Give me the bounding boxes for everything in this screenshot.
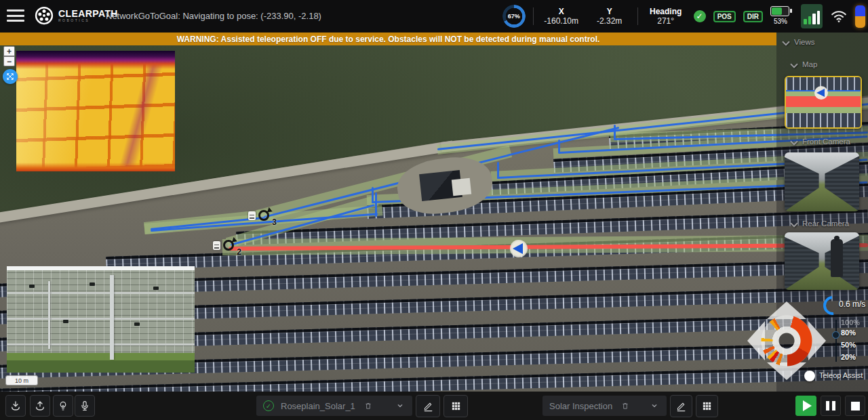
mission-table-button[interactable] xyxy=(443,395,468,417)
robot-marker[interactable] xyxy=(510,240,528,257)
pause-icon xyxy=(826,401,835,411)
menu-icon[interactable] xyxy=(7,9,24,23)
upload-button[interactable] xyxy=(30,395,50,417)
junction-box xyxy=(153,287,159,290)
signal-strength-icon xyxy=(801,4,823,28)
waypoint-number: 2 xyxy=(237,247,241,257)
trash-icon[interactable] xyxy=(620,401,630,411)
junction-box xyxy=(63,320,68,323)
map-scale-control[interactable]: 10 m xyxy=(5,375,38,385)
light-button[interactable] xyxy=(53,395,73,417)
stop-mission-button[interactable] xyxy=(845,396,865,416)
thumb-robot-marker xyxy=(814,86,828,100)
progress-percent: 67% xyxy=(502,5,526,28)
robot-heading-arrow-icon xyxy=(513,243,523,254)
y-coordinate: Y -2.32m xyxy=(589,7,630,26)
speed-slider-track[interactable] xyxy=(835,320,837,362)
microphone-icon xyxy=(79,400,91,412)
grid-icon xyxy=(701,400,713,412)
building-shed xyxy=(452,178,471,196)
camera-overlay-view[interactable] xyxy=(7,266,195,373)
waypoint-marker-3[interactable]: 3 xyxy=(258,210,269,221)
x-label: X xyxy=(541,7,582,16)
heading-label: Heading xyxy=(646,7,686,16)
path-line xyxy=(614,125,616,140)
thermal-camera-view[interactable] xyxy=(16,51,175,171)
lightbulb-icon xyxy=(57,400,69,412)
dir-badge: DIR xyxy=(743,11,763,22)
zoom-out-button[interactable]: − xyxy=(3,56,15,66)
x-value: -160.10m xyxy=(541,16,582,26)
mission-select[interactable]: ✓ Roseplain_Solar_1 xyxy=(256,396,412,416)
teleop-app: CLEARPATH ROBOTICS NetworkGoToGoal: Navi… xyxy=(0,0,868,420)
x-coordinate: X -160.10m xyxy=(541,7,582,26)
warning-banner: WARNING: Assisted teleoperation OFF due … xyxy=(0,33,776,45)
battery-percent: 53% xyxy=(770,18,791,25)
task-name: Solar Inspection xyxy=(549,401,612,411)
pan-mode-button[interactable] xyxy=(3,69,18,84)
speed-value: 0.6 m/s xyxy=(839,299,865,309)
waypoint-number: 3 xyxy=(272,217,277,227)
bottom-toolbar: ✓ Roseplain_Solar_1 Solar Inspection xyxy=(0,392,868,420)
task-table-button[interactable] xyxy=(696,395,718,417)
edit-mission-button[interactable] xyxy=(416,395,440,417)
warning-text: WARNING: Assisted teleoperation OFF due … xyxy=(177,35,600,44)
grid-icon xyxy=(450,400,462,412)
download-icon xyxy=(9,400,22,412)
speed-level-50[interactable]: 50% xyxy=(841,341,856,349)
y-label: Y xyxy=(589,7,630,16)
speed-level-100[interactable]: 100% xyxy=(841,318,860,327)
waypoint-task-icon xyxy=(213,241,220,250)
zoom-in-button[interactable]: + xyxy=(3,46,15,56)
waypoint-task-icon xyxy=(248,211,256,220)
task-select[interactable]: Solar Inspection xyxy=(542,396,667,416)
divider xyxy=(637,7,638,25)
path-line xyxy=(497,162,499,179)
speed-level-20[interactable]: 20% xyxy=(841,353,856,361)
teleop-assist-toggle[interactable] xyxy=(804,371,815,381)
download-button[interactable] xyxy=(5,395,26,417)
stop-icon xyxy=(851,402,860,411)
pencil-icon xyxy=(675,400,687,412)
battery-indicator: 53% xyxy=(770,4,793,28)
panel-post xyxy=(110,275,114,360)
trash-icon[interactable] xyxy=(363,401,373,411)
front-camera-thumbnail[interactable] xyxy=(785,152,859,211)
edit-task-button[interactable] xyxy=(670,395,692,417)
pan-arrows-icon xyxy=(5,72,15,81)
path-line xyxy=(558,140,560,153)
chevron-down-icon xyxy=(649,400,660,411)
thumb-panel-row xyxy=(786,113,861,127)
heading-indicator: Heading 271° xyxy=(646,7,686,26)
microphone-button[interactable] xyxy=(75,395,95,417)
teleop-assist-label: Teleop Assist xyxy=(819,371,863,379)
mission-valid-icon: ✓ xyxy=(263,400,274,411)
pencil-icon xyxy=(422,400,434,412)
junction-box xyxy=(134,322,140,326)
divider xyxy=(533,7,534,25)
upload-icon xyxy=(34,400,46,412)
wifi-icon xyxy=(830,7,848,25)
pause-mission-button[interactable] xyxy=(821,396,841,416)
map-thumbnail[interactable] xyxy=(785,76,862,129)
speed-level-80[interactable]: 80% xyxy=(841,329,856,337)
top-bar: CLEARPATH ROBOTICS NetworkGoToGoal: Navi… xyxy=(0,0,868,33)
navigation-status-text: NetworkGoToGoal: Navigating to pose: (-2… xyxy=(106,11,321,21)
path-line xyxy=(372,187,374,203)
battery-icon xyxy=(770,6,789,16)
teleop-joystick[interactable] xyxy=(747,301,826,380)
top-bar-status-cluster: 67% X -160.10m Y -2.32m Heading 271° ✓ P… xyxy=(502,0,865,33)
heading-value: 271° xyxy=(646,16,686,26)
junction-box xyxy=(90,282,95,286)
chevron-down-icon xyxy=(395,400,406,411)
obstacle-proximity-ring xyxy=(760,314,814,368)
mission-name: Roseplain_Solar_1 xyxy=(281,401,355,411)
pos-badge: POS xyxy=(713,11,736,22)
rear-camera-thumbnail[interactable] xyxy=(785,232,859,290)
map-viewport[interactable]: 2 3 + − 10 m xyxy=(0,33,868,392)
play-mission-button[interactable] xyxy=(795,396,816,416)
person-silhouette xyxy=(831,239,843,277)
path-line xyxy=(375,192,377,217)
speed-slider-handle[interactable] xyxy=(832,331,840,339)
waypoint-marker-2[interactable]: 2 xyxy=(223,240,234,251)
